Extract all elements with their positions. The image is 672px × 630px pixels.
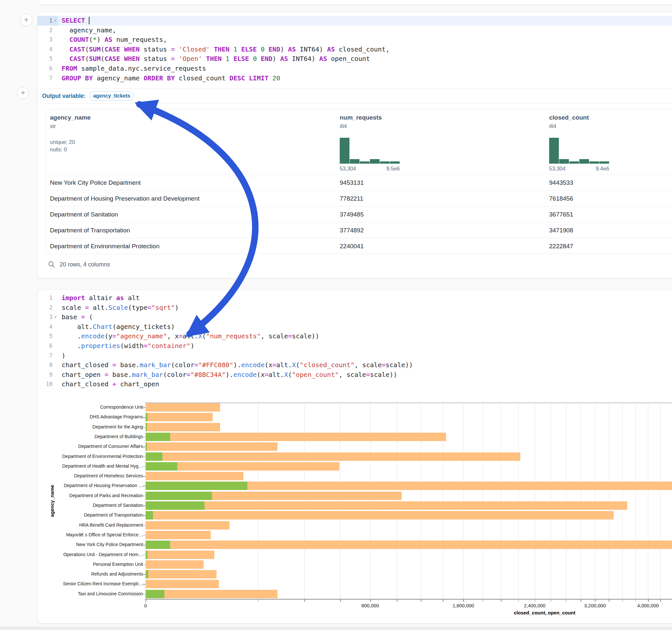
bar-open [146, 423, 147, 431]
x-tick-label: 3,200,000 [584, 603, 606, 608]
x-tick [397, 600, 398, 602]
grid-line [566, 403, 566, 599]
y-tick [143, 564, 145, 565]
x-axis-line [145, 599, 672, 600]
y-tick-label: HRA Benefit Card Replacement [46, 523, 143, 528]
bar-closed [146, 590, 278, 598]
bar-closed [146, 453, 520, 461]
bar-closed [146, 472, 243, 480]
grid-line [463, 403, 463, 599]
x-tick-label: 1,600,000 [453, 603, 474, 608]
x-tick [622, 600, 623, 602]
x-tick [258, 600, 259, 602]
y-tick [143, 555, 145, 555]
x-tick [463, 600, 464, 602]
x-tick [609, 600, 609, 602]
bar-closed [146, 521, 230, 530]
bar-closed [146, 580, 219, 588]
bar-open [146, 501, 205, 510]
x-tick-label: 0 [144, 603, 147, 608]
bar-closed [146, 551, 214, 559]
grid-line [581, 403, 581, 599]
y-tick-label: Department of Sanitation [46, 503, 143, 508]
y-tick-label: New York City Police Department [46, 542, 143, 547]
bar-open [146, 453, 162, 461]
bar-open [146, 551, 147, 559]
y-tick [143, 466, 145, 467]
bar-closed [146, 570, 217, 579]
x-tick [566, 600, 567, 602]
y-tick [143, 446, 145, 447]
bar-open [146, 511, 153, 519]
y-tick-label: Correspondence Unit [46, 405, 143, 410]
x-tick-label: 4,000,000 [637, 603, 659, 608]
x-tick [535, 600, 535, 602]
bar-closed [146, 423, 220, 431]
y-tick-label: Department of Homeless Services [46, 473, 143, 478]
y-tick [143, 525, 145, 526]
x-tick [581, 600, 581, 602]
bar-open [146, 570, 148, 579]
y-tick [143, 535, 145, 536]
grid-line [648, 403, 648, 599]
x-tick [421, 600, 422, 602]
grid-line [443, 403, 443, 599]
x-tick-label: 2,400,000 [524, 603, 546, 608]
bar-closed [146, 511, 614, 519]
y-tick [143, 594, 145, 595]
y-tick [143, 476, 145, 477]
bar-open [146, 590, 164, 598]
y-tick-label: Personal Exemption Unit [46, 562, 143, 567]
x-tick [304, 600, 305, 602]
x-tick [595, 600, 596, 602]
bar-open [146, 462, 177, 470]
x-tick [551, 600, 551, 602]
bar-open [146, 433, 170, 441]
y-tick-label: DHS Advantage Programs [46, 414, 143, 419]
y-tick [143, 574, 145, 575]
grid-line [501, 403, 501, 599]
y-tick [143, 486, 145, 486]
bar-open [146, 492, 212, 500]
x-tick [146, 600, 146, 602]
bar-closed [146, 531, 211, 539]
grid-line [483, 403, 483, 599]
grid-line [370, 403, 370, 599]
bar-open [146, 540, 170, 549]
y-tick-label: Operations Unit - Department of Hom… [46, 552, 143, 557]
bar-closed [146, 442, 278, 451]
x-tick [370, 600, 371, 602]
altair-chart: Correspondence UnitDHS Advantage Program… [0, 0, 672, 630]
grid-line [421, 403, 421, 599]
y-axis-title: agency_name [49, 478, 55, 524]
grid-line [304, 403, 305, 599]
grid-line [258, 403, 258, 599]
y-tick-label: Department of Buildings [46, 434, 143, 439]
y-tick [143, 545, 145, 546]
bar-closed [146, 540, 672, 549]
x-tick [443, 600, 443, 602]
y-tick-label: Senior Citizen Rent Increase Exempti… [46, 581, 143, 586]
y-tick [143, 417, 145, 418]
y-tick [143, 437, 145, 437]
x-tick [501, 600, 502, 602]
y-tick-label: Department of Environmental Protection [46, 454, 143, 459]
y-tick-label: Department of Housing Preservation … [46, 483, 143, 488]
bar-closed [146, 413, 213, 421]
x-axis-title: closed_count, open_count [514, 610, 575, 615]
y-tick-label: Department of Parks and Recreation [46, 493, 143, 498]
y-tick [143, 506, 145, 506]
y-tick [143, 407, 145, 408]
bar-closed [146, 501, 627, 510]
x-tick [635, 600, 636, 602]
y-tick-label: Department of Consumer Affairs [46, 444, 143, 449]
y-tick-label: Department of Transportation [46, 512, 143, 517]
y-tick-label: Taxi and Limousine Commission [46, 591, 143, 596]
y-tick [143, 515, 145, 516]
y-tick [143, 584, 145, 585]
grid-line [518, 403, 519, 599]
y-tick [143, 496, 145, 496]
plot-top-border [145, 403, 672, 403]
bar-closed [146, 403, 220, 412]
y-tick [143, 427, 145, 428]
